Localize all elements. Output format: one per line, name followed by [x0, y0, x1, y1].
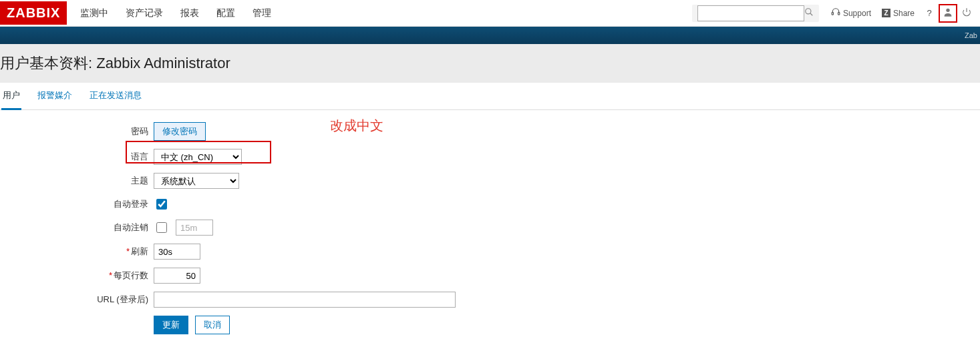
refresh-input[interactable]: [154, 244, 200, 260]
label-auto-logout: 自动注销: [0, 222, 154, 234]
brand-logo[interactable]: ZABBIX: [0, 1, 67, 25]
label-language: 语言: [0, 151, 154, 163]
svg-point-0: [806, 9, 811, 14]
z-share-icon: Z: [882, 9, 890, 17]
top-nav: ZABBIX 监测中 资产记录 报表 配置 管理 Support Z Share…: [0, 0, 980, 27]
search-icon[interactable]: [804, 7, 814, 19]
sub-nav-bar: Zab: [0, 27, 980, 44]
svg-line-1: [810, 13, 813, 16]
annotation-text: 改成中文: [330, 117, 383, 135]
svg-point-4: [946, 9, 949, 12]
subbar-text: Zab: [965, 31, 977, 39]
tab-user[interactable]: 用户: [1, 89, 21, 110]
tab-messaging[interactable]: 正在发送消息: [88, 89, 143, 109]
label-auto-login: 自动登录: [0, 198, 154, 210]
support-label: Support: [843, 9, 871, 18]
page-title-prefix: 用户基本资料:: [0, 55, 96, 71]
nav-admin[interactable]: 管理: [251, 2, 273, 25]
nav-config[interactable]: 配置: [215, 2, 236, 25]
url-after-login-input[interactable]: [154, 292, 456, 308]
tabs: 用户 报警媒介 正在发送消息: [0, 83, 980, 110]
nav-inventory[interactable]: 资产记录: [124, 2, 164, 25]
change-password-button[interactable]: 修改密码: [154, 122, 206, 141]
page-title-user: Zabbix Administrator: [96, 55, 230, 71]
auto-logout-value: [176, 220, 213, 236]
auto-login-checkbox[interactable]: [156, 199, 167, 210]
auto-logout-checkbox[interactable]: [156, 222, 167, 233]
label-rows: *每页行数: [0, 270, 154, 282]
theme-select[interactable]: 系统默认: [154, 173, 239, 189]
page-header: 用户基本资料: Zabbix Administrator: [0, 44, 980, 83]
language-select[interactable]: 中文 (zh_CN): [154, 149, 242, 165]
svg-rect-3: [838, 13, 839, 15]
page-title: 用户基本资料: Zabbix Administrator: [0, 53, 980, 73]
rows-per-page-input[interactable]: [154, 268, 200, 284]
logout-button[interactable]: [957, 4, 976, 23]
nav-monitoring[interactable]: 监测中: [79, 2, 110, 25]
search-input[interactable]: [697, 5, 804, 21]
user-profile-button[interactable]: [939, 4, 957, 23]
user-form: 改成中文 密码 修改密码 语言 中文 (zh_CN) 主题 系统默认 自动登录 …: [0, 110, 980, 353]
cancel-button[interactable]: 取消: [195, 316, 230, 334]
main-menu: 监测中 资产记录 报表 配置 管理: [79, 2, 273, 25]
power-icon: [962, 7, 971, 19]
svg-rect-2: [832, 13, 833, 15]
help-button[interactable]: ?: [920, 4, 939, 23]
headset-icon: [831, 7, 840, 19]
label-password: 密码: [0, 125, 154, 137]
share-link[interactable]: Z Share: [876, 4, 920, 23]
label-url: URL (登录后): [0, 294, 154, 306]
nav-reports[interactable]: 报表: [179, 2, 200, 25]
support-link[interactable]: Support: [826, 4, 876, 23]
label-theme: 主题: [0, 175, 154, 187]
share-label: Share: [893, 9, 915, 18]
search-box[interactable]: [692, 5, 819, 22]
label-refresh: *刷新: [0, 246, 154, 258]
update-button[interactable]: 更新: [154, 316, 188, 334]
user-icon: [943, 7, 953, 19]
tab-media[interactable]: 报警媒介: [36, 89, 73, 109]
